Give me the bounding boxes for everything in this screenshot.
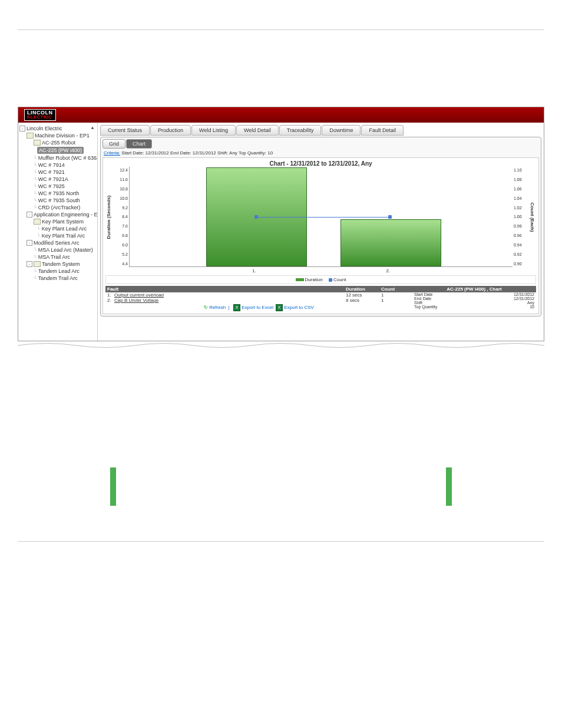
green-bar-right (446, 467, 452, 506)
torn-edge-divider (18, 341, 544, 350)
tree-node[interactable]: AC-255 Robot (42, 140, 75, 146)
main-tabs: Current Status Production Weld Listing W… (100, 125, 541, 136)
tab-downtime[interactable]: Downtime (322, 125, 361, 136)
tree-node[interactable]: Muffler Robot (WC # 6363 (38, 155, 98, 161)
col-header: Duration (346, 286, 381, 292)
lincoln-logo: LINCOLN ELECTRIC (24, 109, 56, 121)
tree-node[interactable]: Tandem Lead Arc (38, 268, 80, 274)
tree-toggle-icon[interactable]: - (27, 212, 32, 218)
export-actions: Refresh | XExport to Excel XExport to CS… (105, 304, 412, 311)
tree-node[interactable]: MSA Lead Arc (Master) (38, 247, 93, 253)
tree-node[interactable]: WC # 7914 (38, 162, 65, 168)
chart-panel: Chart - 12/31/2012 to 12/31/2012, Any Du… (103, 157, 539, 314)
legend-swatch-blue (329, 278, 332, 282)
logo-bot: ELECTRIC (27, 115, 53, 120)
chart-line (256, 217, 391, 218)
chart-bar (340, 219, 441, 266)
tab-weld-listing[interactable]: Weld Listing (191, 125, 236, 136)
tree-node-selected[interactable]: AC-225 (PW i400) (37, 147, 84, 154)
green-bar-left (110, 467, 116, 506)
application-window: LINCOLN ELECTRIC ▲ -Lincoln Electric Mac… (18, 107, 544, 341)
fault-table: Fault Duration Count 1.Output current ov… (105, 286, 412, 311)
scrollbar-up-icon[interactable]: ▲ (90, 125, 96, 131)
y-axis-right-label: Count (Each) (530, 202, 535, 232)
folder-icon (34, 219, 41, 225)
tab-current-status[interactable]: Current Status (100, 125, 150, 136)
refresh-link[interactable]: Refresh (209, 305, 226, 310)
chart-legend: Duration Count (105, 275, 536, 284)
tree-node[interactable]: WC # 7921A (38, 176, 68, 182)
col-header: Fault (107, 286, 346, 292)
navigation-tree[interactable]: ▲ -Lincoln Electric Machine Division - E… (18, 123, 98, 341)
col-header: Count (381, 286, 411, 292)
table-row: 2.Cap B Under Voltage8 secs1 (105, 298, 412, 303)
tab-fault-detail[interactable]: Fault Detail (361, 125, 404, 136)
subtab-chart[interactable]: Chart (126, 139, 152, 149)
tree-toggle-icon[interactable]: - (27, 261, 32, 267)
tree-node[interactable]: CRD (ArcTracker) (38, 205, 81, 210)
main-content: Current Status Production Weld Listing W… (98, 123, 544, 341)
folder-icon (34, 261, 41, 267)
tree-node[interactable]: Key Plant Lead Arc (42, 226, 87, 232)
tab-production[interactable]: Production (150, 125, 191, 136)
tree-node[interactable]: MSA Trail Arc (38, 254, 70, 260)
header-divider (18, 29, 544, 30)
export-excel-link[interactable]: Export to Excel (242, 305, 273, 310)
chart-plot-area: 1. 2. (129, 167, 513, 267)
tree-node[interactable]: Application Engineering - EP1 (34, 212, 98, 218)
tree-node[interactable]: Modified Series Arc (34, 240, 80, 246)
x-tick: 2. (386, 268, 391, 274)
subtab-grid[interactable]: Grid (103, 139, 125, 149)
tree-toggle-icon[interactable]: - (19, 126, 25, 131)
tree-node[interactable]: Key Plant System (42, 219, 84, 225)
tab-weld-detail[interactable]: Weld Detail (236, 125, 279, 136)
folder-icon (34, 140, 41, 146)
sub-tabs: Grid Chart (103, 139, 539, 149)
legend-label: Duration (305, 277, 323, 282)
fault-link[interactable]: Cap B Under Voltage (114, 298, 346, 303)
refresh-icon[interactable] (204, 305, 209, 310)
table-row: 1.Output current overload12 secs1 (105, 292, 412, 298)
criteria-text: Start Date: 12/31/2012 End Date: 12/31/2… (121, 150, 273, 156)
tree-node[interactable]: Tandem System (42, 261, 80, 267)
meta-title: AC-225 (PW i400) , Chart (412, 286, 536, 292)
excel-icon[interactable]: X (233, 304, 240, 311)
tree-node[interactable]: Tandem Trail Arc (38, 275, 78, 281)
export-csv-link[interactable]: Export to CSV (284, 305, 314, 310)
chart-point (254, 215, 258, 219)
footer-divider (18, 541, 544, 542)
y-axis-left-ticks: 12.411.610.810.09.28.47.66.86.05.24.4 (113, 167, 129, 267)
tree-node[interactable]: WC # 7921 (38, 169, 65, 175)
criteria-bar: Criteria: Start Date: 12/31/2012 End Dat… (104, 150, 539, 156)
legend-swatch-green (296, 278, 304, 281)
y-axis-left-label: Duration (Seconds) (107, 195, 112, 239)
legend-label: Count (333, 277, 346, 282)
tree-toggle-icon[interactable]: - (27, 240, 32, 246)
csv-icon[interactable]: X (276, 304, 283, 311)
tree-node[interactable]: WC # 7935 North (38, 190, 80, 196)
tree-root[interactable]: Lincoln Electric (27, 126, 62, 131)
tree-node[interactable]: WC # 7925 (38, 183, 65, 189)
tab-traceability[interactable]: Traceability (279, 125, 322, 136)
folder-icon (27, 133, 34, 139)
criteria-link[interactable]: Criteria: (104, 150, 120, 156)
y-axis-right-ticks: 1.101.081.061.041.021.000.980.960.940.92… (513, 167, 529, 267)
tree-node[interactable]: Machine Division - EP1 (35, 133, 90, 139)
x-tick: 1. (252, 268, 256, 274)
chart-title: Chart - 12/31/2012 to 12/31/2012, Any (105, 160, 536, 167)
content-placeholder-box (110, 467, 452, 506)
tree-node[interactable]: WC # 7935 South (38, 197, 80, 203)
fault-link[interactable]: Output current overload (114, 292, 346, 298)
chart-point (388, 215, 392, 219)
meta-table: AC-225 (PW i400) , Chart Start Date12/31… (412, 286, 536, 311)
title-bar: LINCOLN ELECTRIC (18, 107, 544, 123)
tree-node[interactable]: Key Plant Trail Arc (42, 233, 85, 239)
